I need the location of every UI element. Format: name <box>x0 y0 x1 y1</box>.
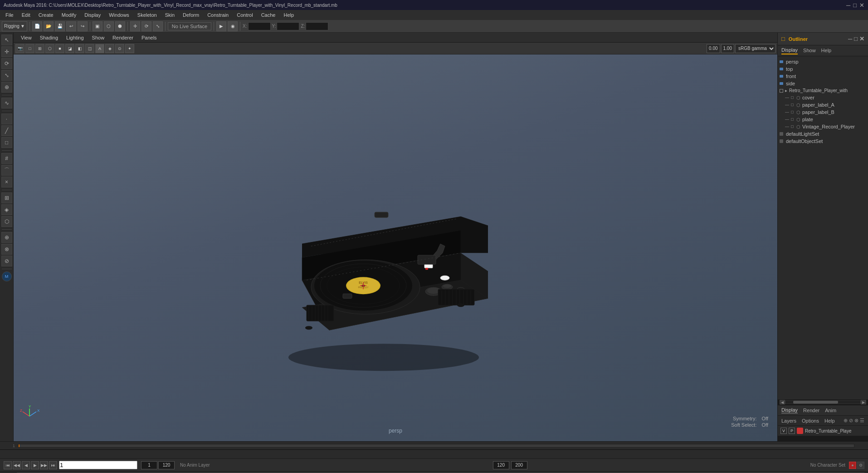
subtab-options[interactable]: Options <box>802 418 819 424</box>
dp-tab-render[interactable]: Render <box>803 408 819 413</box>
vp-menu-panels[interactable]: Panels <box>138 34 161 41</box>
outliner-tab-help[interactable]: Help <box>821 48 832 54</box>
outliner-item-paper-b[interactable]: — ⬡ paper_label_B <box>778 108 868 116</box>
close-button[interactable]: ✕ <box>859 2 864 9</box>
scroll-right-btn[interactable]: ▶ <box>861 400 866 404</box>
outliner-tab-show[interactable]: Show <box>803 48 816 54</box>
vp-shade-wire[interactable]: ◪ <box>65 44 74 53</box>
outliner-minimize-btn[interactable]: ─ <box>848 35 852 42</box>
menu-edit[interactable]: Edit <box>18 11 34 19</box>
menu-modify[interactable]: Modify <box>58 11 80 19</box>
goto-end-btn[interactable]: ⏭ <box>49 461 57 469</box>
maximize-button[interactable]: □ <box>853 2 857 9</box>
vp-camera-btn[interactable]: 📷 <box>15 44 24 53</box>
x-input[interactable] <box>248 22 271 30</box>
move-manipulator[interactable]: ✛ <box>1 46 12 57</box>
y-input[interactable] <box>277 22 299 30</box>
quick-sel-btn[interactable]: ⊕ <box>1 232 12 243</box>
minimize-button[interactable]: ─ <box>846 2 850 9</box>
outliner-item-side[interactable]: side <box>778 80 868 87</box>
dp-tab-anim[interactable]: Anim <box>825 408 836 413</box>
outliner-tab-display[interactable]: Display <box>781 47 798 54</box>
select-tool[interactable]: ↖ <box>1 34 12 45</box>
vp-smooth-shade[interactable]: ■ <box>55 44 64 53</box>
outliner-item-cover[interactable]: — ⬡ cover <box>778 94 868 101</box>
rigging-dropdown[interactable]: Rigging ▼ <box>2 21 27 31</box>
outliner-body[interactable]: persp top front side <box>778 56 868 399</box>
paint-tool-button[interactable]: ⬢ <box>115 21 125 31</box>
scale-tool-button[interactable]: ⤡ <box>153 21 163 31</box>
3d-viewport[interactable]: X Z Y <box>14 54 777 441</box>
menu-file[interactable]: File <box>2 11 17 19</box>
vertex-tool[interactable]: · <box>1 113 12 124</box>
sculpt-btn[interactable]: ⊘ <box>1 256 12 266</box>
vp-texture[interactable]: ◧ <box>75 44 84 53</box>
vp-grid-view[interactable]: ⊞ <box>35 44 44 53</box>
rotate-tool-button[interactable]: ⟳ <box>141 21 151 31</box>
outliner-scroll-thumb[interactable] <box>793 401 838 404</box>
vp-menu-view[interactable]: View <box>17 34 35 41</box>
layer-icon-4[interactable]: ☰ <box>860 418 864 424</box>
undo-button[interactable]: ↩ <box>66 21 76 31</box>
layer-icon-2[interactable]: ⊘ <box>849 418 853 424</box>
timeline-track[interactable] <box>0 449 868 458</box>
outliner-item-plate[interactable]: — ⬡ plate <box>778 116 868 123</box>
play-fwd-btn[interactable]: ▶ <box>31 461 39 469</box>
playhead[interactable] <box>19 444 20 447</box>
menu-cache[interactable]: Cache <box>258 11 279 19</box>
vp-single-view[interactable]: □ <box>25 44 34 53</box>
settings-btn[interactable]: ⚙ <box>857 462 864 469</box>
outliner-header-controls[interactable]: ─ □ ✕ <box>848 35 864 42</box>
render-button[interactable]: ▶ <box>216 21 226 31</box>
vp-menu-shading[interactable]: Shading <box>36 34 62 41</box>
range-end2-input[interactable] <box>493 461 509 469</box>
face-tool[interactable]: □ <box>1 137 12 148</box>
display-panel-scrollbar[interactable] <box>778 436 868 441</box>
outliner-hscrollbar[interactable]: ◀ ▶ <box>778 399 868 405</box>
outliner-item-vintage[interactable]: — ⬡ Vintage_Record_Player <box>778 123 868 130</box>
menu-constrain[interactable]: Constrain <box>204 11 232 19</box>
menu-skin[interactable]: Skin <box>161 11 178 19</box>
layer-p-toggle[interactable]: P <box>789 428 795 434</box>
snap-grid[interactable]: # <box>1 153 12 164</box>
outliner-scroll-track[interactable] <box>785 400 861 404</box>
current-frame-input[interactable] <box>59 461 137 469</box>
range-start-input[interactable] <box>141 461 157 469</box>
select-tool-button[interactable]: ▣ <box>93 21 102 31</box>
vp-menu-show[interactable]: Show <box>88 34 108 41</box>
snap-curve[interactable]: ⌒ <box>1 165 12 176</box>
lasso-tool-button[interactable]: ⬡ <box>104 21 114 31</box>
menu-control[interactable]: Control <box>233 11 256 19</box>
move-tool-button[interactable]: ✛ <box>130 21 140 31</box>
vp-wireframe[interactable]: ⬡ <box>45 44 54 53</box>
display-layer-btn[interactable]: ⊞ <box>1 192 12 203</box>
new-button[interactable]: 📄 <box>32 21 42 31</box>
color-space-select[interactable]: sRGB gamma <box>735 44 775 53</box>
open-button[interactable]: 📂 <box>44 21 54 31</box>
outliner-item-retro-group[interactable]: ▸ Retro_Turntable_Player_with <box>778 87 868 94</box>
scale-manipulator[interactable]: ⤡ <box>1 70 12 81</box>
outliner-item-front[interactable]: front <box>778 73 868 80</box>
subtab-layers[interactable]: Layers <box>781 418 796 424</box>
menu-display[interactable]: Display <box>81 11 104 19</box>
ipr-button[interactable]: ◉ <box>228 21 238 31</box>
vp-menu-renderer[interactable]: Renderer <box>109 34 137 41</box>
menu-deform[interactable]: Deform <box>179 11 203 19</box>
step-fwd-btn[interactable]: ▶▶ <box>40 461 48 469</box>
paint-effects-btn[interactable]: ⊗ <box>1 244 12 255</box>
scroll-left-btn[interactable]: ◀ <box>780 400 785 404</box>
step-back-btn[interactable]: ◀◀ <box>13 461 21 469</box>
goto-start-btn[interactable]: ⏮ <box>4 461 12 469</box>
vp-menu-lighting[interactable]: Lighting <box>63 34 88 41</box>
auto-key-btn[interactable]: ● <box>849 462 856 469</box>
universal-manipulator[interactable]: ⊕ <box>1 82 12 93</box>
vp-ambient[interactable]: A <box>95 44 104 53</box>
outliner-item-top[interactable]: top <box>778 65 868 73</box>
range-max-input[interactable] <box>511 461 527 469</box>
range-end-input[interactable] <box>158 461 175 469</box>
hypershade-btn[interactable]: ⬡ <box>1 216 12 227</box>
outliner-item-paper-a[interactable]: — ⬡ paper_label_A <box>778 101 868 108</box>
vp-shadows[interactable]: ◈ <box>105 44 114 53</box>
redo-button[interactable]: ↪ <box>78 21 88 31</box>
vp-backface[interactable]: ◫ <box>85 44 94 53</box>
